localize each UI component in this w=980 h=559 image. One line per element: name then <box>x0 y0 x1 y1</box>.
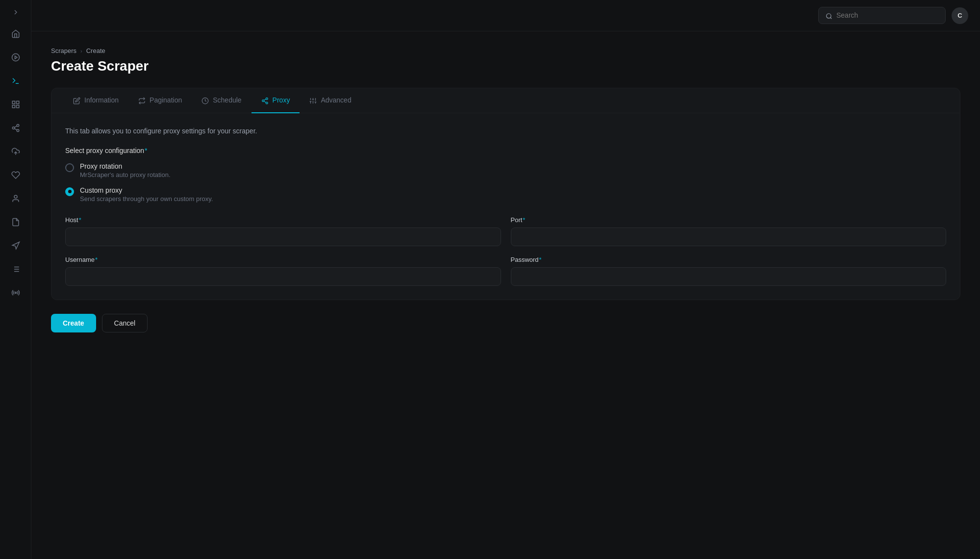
svg-point-20 <box>827 13 831 18</box>
tab-information[interactable]: Information <box>63 88 128 113</box>
sidebar-item-grid[interactable] <box>6 95 25 114</box>
proxy-rotation-label: Proxy rotation <box>80 162 171 170</box>
sidebar-item-list[interactable] <box>6 259 25 279</box>
svg-point-0 <box>12 54 19 61</box>
proxy-tab-content: This tab allows you to configure proxy s… <box>51 113 960 300</box>
proxy-form-grid: Host* Port* Username* <box>65 216 946 286</box>
username-group: Username* <box>65 256 501 286</box>
proxy-rotation-text: Proxy rotation MrScraper's auto proxy ro… <box>80 162 171 178</box>
tab-advanced-label: Advanced <box>321 96 351 104</box>
svg-marker-1 <box>15 56 17 59</box>
tab-information-label: Information <box>84 96 119 104</box>
svg-rect-6 <box>16 105 19 108</box>
svg-point-8 <box>12 127 15 129</box>
tab-proxy-label: Proxy <box>273 96 290 104</box>
schedule-icon <box>201 96 209 104</box>
required-indicator: * <box>145 147 147 154</box>
tab-bar: Information Pagination <box>51 88 960 113</box>
svg-line-10 <box>14 128 17 130</box>
content-area: Scrapers › Create Create Scraper Informa… <box>31 31 980 559</box>
password-input[interactable] <box>511 267 947 286</box>
password-label: Password* <box>511 256 947 263</box>
svg-rect-4 <box>16 102 19 104</box>
custom-proxy-desc: Send scrapers through your own custom pr… <box>80 195 213 203</box>
proxy-rotation-option[interactable]: Proxy rotation MrScraper's auto proxy ro… <box>65 162 946 178</box>
sidebar-item-user[interactable] <box>6 189 25 208</box>
main-area: C Scrapers › Create Create Scraper <box>31 0 980 559</box>
svg-point-25 <box>266 102 268 104</box>
svg-point-7 <box>17 125 19 127</box>
host-input[interactable] <box>65 228 501 246</box>
custom-proxy-radio[interactable] <box>65 187 74 196</box>
form-actions: Create Cancel <box>51 314 960 332</box>
scraper-form-card: Information Pagination <box>51 88 960 300</box>
svg-rect-3 <box>12 102 15 104</box>
proxy-config-label: Select proxy configuration* <box>65 147 946 154</box>
cancel-button[interactable]: Cancel <box>102 314 148 332</box>
tab-schedule-label: Schedule <box>213 96 241 104</box>
advanced-icon <box>309 96 317 104</box>
tab-schedule[interactable]: Schedule <box>192 88 251 113</box>
tab-proxy[interactable]: Proxy <box>251 88 300 113</box>
port-label: Port* <box>511 216 947 224</box>
radio-inner-dot <box>68 190 72 193</box>
sidebar-item-home[interactable] <box>6 24 25 44</box>
custom-proxy-text: Custom proxy Send scrapers through your … <box>80 186 213 203</box>
sidebar-item-radio[interactable] <box>6 283 25 303</box>
svg-line-27 <box>264 99 266 100</box>
tab-pagination-label: Pagination <box>150 96 182 104</box>
tab-advanced[interactable]: Advanced <box>300 88 361 113</box>
search-input[interactable] <box>836 11 938 19</box>
sidebar-collapse-icon[interactable] <box>12 8 20 16</box>
sidebar <box>0 0 31 559</box>
avatar: C <box>952 7 968 24</box>
information-icon <box>73 96 80 104</box>
sidebar-item-terminal[interactable] <box>6 71 25 91</box>
svg-rect-5 <box>12 105 15 108</box>
sidebar-item-heart[interactable] <box>6 165 25 185</box>
sidebar-item-megaphone[interactable] <box>6 236 25 255</box>
svg-point-9 <box>17 129 19 132</box>
create-button[interactable]: Create <box>51 314 96 332</box>
proxy-rotation-desc: MrScraper's auto proxy rotation. <box>80 171 171 178</box>
topbar: C <box>31 0 980 31</box>
proxy-icon <box>261 96 269 104</box>
sidebar-item-document[interactable] <box>6 212 25 232</box>
proxy-rotation-radio[interactable] <box>65 163 74 172</box>
sidebar-item-share[interactable] <box>6 118 25 138</box>
svg-point-24 <box>262 100 264 102</box>
host-label: Host* <box>65 216 501 224</box>
breadcrumb-current: Create <box>86 47 105 54</box>
sidebar-item-play[interactable] <box>6 48 25 67</box>
tab-pagination[interactable]: Pagination <box>128 88 192 113</box>
port-group: Port* <box>511 216 947 246</box>
breadcrumb-separator: › <box>80 48 82 54</box>
pagination-icon <box>138 96 146 104</box>
host-group: Host* <box>65 216 501 246</box>
custom-proxy-option[interactable]: Custom proxy Send scrapers through your … <box>65 186 946 203</box>
sidebar-item-cloud[interactable] <box>6 142 25 161</box>
custom-proxy-label: Custom proxy <box>80 186 213 194</box>
proxy-description: This tab allows you to configure proxy s… <box>65 127 946 135</box>
svg-point-12 <box>14 196 17 199</box>
username-input[interactable] <box>65 267 501 286</box>
username-label: Username* <box>65 256 501 263</box>
svg-line-26 <box>264 101 266 102</box>
page-title: Create Scraper <box>51 58 960 74</box>
password-group: Password* <box>511 256 947 286</box>
search-box[interactable] <box>818 7 946 24</box>
svg-line-21 <box>830 17 832 19</box>
svg-point-19 <box>15 292 16 294</box>
breadcrumb-parent[interactable]: Scrapers <box>51 47 76 54</box>
breadcrumb: Scrapers › Create <box>51 47 960 54</box>
search-icon <box>826 11 832 19</box>
svg-point-23 <box>266 98 268 100</box>
port-input[interactable] <box>511 228 947 246</box>
proxy-radio-group: Proxy rotation MrScraper's auto proxy ro… <box>65 162 946 203</box>
svg-line-11 <box>14 126 17 127</box>
